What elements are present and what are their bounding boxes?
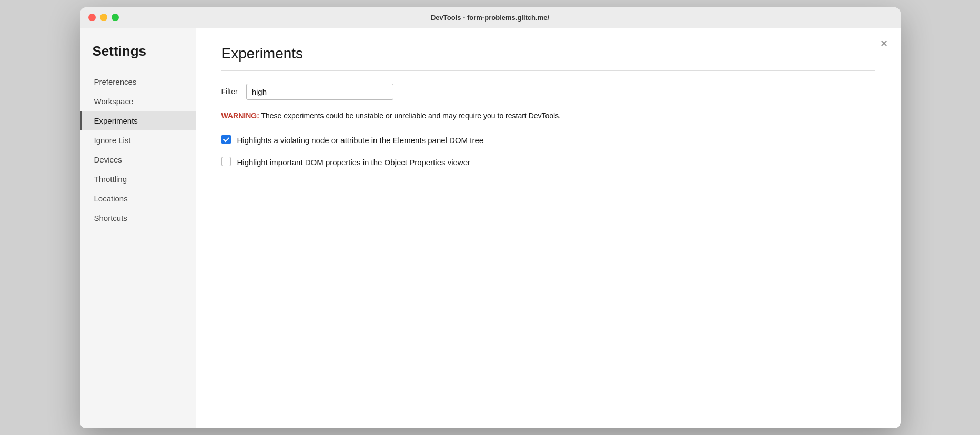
warning-body: These experiments could be unstable or u… xyxy=(259,112,561,120)
sidebar-item-shortcuts[interactable]: Shortcuts xyxy=(80,208,196,228)
sidebar-item-locations[interactable]: Locations xyxy=(80,189,196,208)
sidebar-item-throttling[interactable]: Throttling xyxy=(80,169,196,189)
experiment-checkbox-1[interactable] xyxy=(221,135,231,144)
content-area: Settings Preferences Workspace Experimen… xyxy=(80,28,901,428)
sidebar: Settings Preferences Workspace Experimen… xyxy=(80,28,196,428)
sidebar-item-devices[interactable]: Devices xyxy=(80,150,196,169)
main-panel: ✕ Experiments Filter WARNING: These expe… xyxy=(196,28,901,428)
experiment-label-1[interactable]: Highlights a violating node or attribute… xyxy=(237,134,484,146)
experiment-item-2: Highlight important DOM properties in th… xyxy=(221,156,875,168)
warning-prefix: WARNING: xyxy=(221,112,259,120)
sidebar-item-ignore-list[interactable]: Ignore List xyxy=(80,130,196,150)
panel-divider xyxy=(221,70,875,71)
experiment-label-2[interactable]: Highlight important DOM properties in th… xyxy=(237,156,471,168)
sidebar-item-preferences[interactable]: Preferences xyxy=(80,72,196,92)
minimize-traffic-light[interactable] xyxy=(100,14,107,21)
titlebar: DevTools - form-problems.glitch.me/ xyxy=(80,7,901,28)
sidebar-item-experiments[interactable]: Experiments xyxy=(80,111,196,130)
experiment-checkbox-2[interactable] xyxy=(221,157,231,166)
devtools-window: DevTools - form-problems.glitch.me/ Sett… xyxy=(80,7,901,428)
traffic-lights xyxy=(88,14,119,21)
window-title: DevTools - form-problems.glitch.me/ xyxy=(431,14,549,22)
panel-title: Experiments xyxy=(221,45,875,62)
sidebar-heading: Settings xyxy=(80,43,196,72)
maximize-traffic-light[interactable] xyxy=(112,14,119,21)
warning-message: WARNING: These experiments could be unst… xyxy=(221,110,875,122)
filter-row: Filter xyxy=(221,84,875,100)
filter-input[interactable] xyxy=(246,84,393,100)
filter-label: Filter xyxy=(221,87,238,96)
experiment-item-1: Highlights a violating node or attribute… xyxy=(221,134,875,146)
sidebar-item-workspace[interactable]: Workspace xyxy=(80,92,196,111)
close-button[interactable]: ✕ xyxy=(880,39,888,48)
close-traffic-light[interactable] xyxy=(88,14,96,21)
